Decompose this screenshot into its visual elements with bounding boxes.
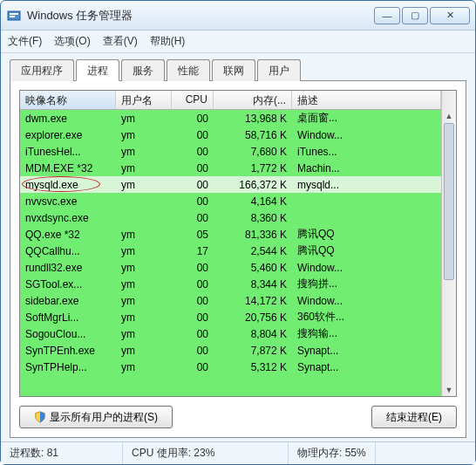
cell-user: ym xyxy=(116,228,172,242)
tab-users[interactable]: 用户 xyxy=(257,59,301,81)
titlebar[interactable]: Windows 任务管理器 ― ▢ ✕ xyxy=(1,1,475,31)
cell-img: nvvsvc.exe xyxy=(20,195,116,209)
cell-img: explorer.exe xyxy=(20,128,116,142)
cell-img: mysqld.exe xyxy=(20,178,116,192)
col-user[interactable]: 用户名 xyxy=(116,91,172,109)
cell-user xyxy=(116,201,172,202)
cell-cpu: 00 xyxy=(172,178,214,192)
cell-user: ym xyxy=(116,360,172,374)
cell-img: nvxdsync.exe xyxy=(20,211,116,225)
cell-cpu: 00 xyxy=(172,327,214,341)
menubar: 文件(F) 选项(O) 查看(V) 帮助(H) xyxy=(1,31,475,53)
cell-mem: 13,968 K xyxy=(214,112,292,126)
col-image-name[interactable]: 映像名称 xyxy=(20,91,116,109)
menu-options[interactable]: 选项(O) xyxy=(54,34,90,49)
menu-file[interactable]: 文件(F) xyxy=(8,34,42,49)
cell-cpu: 00 xyxy=(172,261,214,275)
table-row[interactable]: rundll32.exeym005,460 KWindow... xyxy=(20,259,441,276)
table-row[interactable]: SoftMgrLi...ym0020,756 K360软件... xyxy=(20,309,441,325)
cell-img: QQCallhu... xyxy=(20,244,116,258)
cell-mem: 8,804 K xyxy=(214,327,292,341)
cell-img: rundll32.exe xyxy=(20,261,116,275)
tab-networking[interactable]: 联网 xyxy=(212,59,255,81)
cell-user: ym xyxy=(116,311,172,325)
tab-services[interactable]: 服务 xyxy=(121,59,165,81)
window-controls: ― ▢ ✕ xyxy=(374,7,470,24)
process-list: 映像名称 用户名 CPU 内存(... 描述 dwm.exeym0013,968… xyxy=(19,90,457,397)
table-row[interactable]: SogouClou...ym008,804 K搜狗输... xyxy=(20,325,441,342)
shield-icon xyxy=(34,411,46,423)
cell-cpu: 00 xyxy=(172,128,214,142)
cell-user: ym xyxy=(116,244,172,258)
cell-desc: Synapt... xyxy=(292,360,441,374)
table-row[interactable]: SynTPEnh.exeym007,872 KSynapt... xyxy=(20,342,441,359)
show-all-users-button[interactable]: 显示所有用户的进程(S) xyxy=(19,406,173,428)
cell-mem: 14,172 K xyxy=(214,294,292,308)
cell-user: ym xyxy=(116,161,172,175)
cell-user: ym xyxy=(116,327,172,341)
col-description[interactable]: 描述 xyxy=(292,91,441,109)
menu-view[interactable]: 查看(V) xyxy=(103,34,138,49)
tab-performance[interactable]: 性能 xyxy=(167,59,210,81)
column-headers: 映像名称 用户名 CPU 内存(... 描述 xyxy=(20,91,441,110)
svg-rect-1 xyxy=(10,13,18,15)
cell-desc: 腾讯QQ xyxy=(292,243,441,259)
scroll-up-icon[interactable]: ▲ xyxy=(445,112,453,120)
table-row[interactable]: SynTPHelp...ym005,312 KSynapt... xyxy=(20,359,441,375)
table-row[interactable]: SGTool.ex...ym008,344 K搜狗拼... xyxy=(20,276,441,292)
cell-img: iTunesHel... xyxy=(20,145,116,159)
table-row[interactable]: sidebar.exeym0014,172 KWindow... xyxy=(20,292,441,309)
tab-applications[interactable]: 应用程序 xyxy=(10,59,74,81)
cell-desc: mysqld... xyxy=(292,178,441,192)
end-process-button[interactable]: 结束进程(E) xyxy=(371,406,457,428)
cell-desc: 搜狗拼... xyxy=(292,276,441,292)
cell-user: ym xyxy=(116,344,172,358)
scroll-down-icon[interactable]: ▼ xyxy=(445,386,453,394)
cell-img: sidebar.exe xyxy=(20,294,116,308)
status-physical-memory: 物理内存: 55% xyxy=(289,442,376,464)
table-row[interactable]: iTunesHel...ym007,680 KiTunes... xyxy=(20,143,441,160)
cell-img: SynTPEnh.exe xyxy=(20,344,116,358)
cell-cpu: 00 xyxy=(172,161,214,175)
cell-cpu: 00 xyxy=(172,311,214,325)
cell-img: SogouClou... xyxy=(20,327,116,341)
vertical-scrollbar[interactable]: ▲ ▼ xyxy=(441,110,456,396)
process-rows[interactable]: dwm.exeym0013,968 K桌面窗...explorer.exeym0… xyxy=(20,110,441,396)
table-row[interactable]: mysqld.exeym00166,372 Kmysqld... xyxy=(20,176,441,193)
cell-cpu: 00 xyxy=(172,344,214,358)
table-row[interactable]: MDM.EXE *32ym001,772 KMachin... xyxy=(20,160,441,176)
table-row[interactable]: explorer.exeym0058,716 KWindow... xyxy=(20,127,441,143)
cell-desc: 桌面窗... xyxy=(292,110,441,127)
cell-img: QQ.exe *32 xyxy=(20,228,116,242)
tab-processes[interactable]: 进程 xyxy=(76,59,119,81)
col-cpu[interactable]: CPU xyxy=(172,91,214,109)
cell-user: ym xyxy=(116,261,172,275)
cell-mem: 5,460 K xyxy=(214,261,292,275)
status-process-count: 进程数: 81 xyxy=(1,442,123,464)
table-row[interactable]: dwm.exeym0013,968 K桌面窗... xyxy=(20,110,441,127)
table-row[interactable]: QQ.exe *32ym0581,336 K腾讯QQ xyxy=(20,226,441,243)
cell-desc: 腾讯QQ xyxy=(292,226,441,243)
table-row[interactable]: nvvsvc.exe004,164 K xyxy=(20,193,441,209)
app-icon xyxy=(6,8,22,24)
cell-mem: 20,756 K xyxy=(214,311,292,325)
cell-user: ym xyxy=(116,277,172,291)
cell-desc xyxy=(292,217,441,219)
tab-panel-processes: 映像名称 用户名 CPU 内存(... 描述 dwm.exeym0013,968… xyxy=(10,81,466,438)
cell-mem: 4,164 K xyxy=(214,195,292,209)
client-area: 应用程序 进程 服务 性能 联网 用户 映像名称 用户名 CPU 内存(... … xyxy=(1,53,475,441)
cell-cpu: 00 xyxy=(172,277,214,291)
button-row: 显示所有用户的进程(S) 结束进程(E) xyxy=(19,406,457,428)
table-row[interactable]: nvxdsync.exe008,360 K xyxy=(20,209,441,226)
cell-desc: 搜狗输... xyxy=(292,325,441,342)
cell-user: ym xyxy=(116,112,172,126)
maximize-button[interactable]: ▢ xyxy=(402,7,428,24)
table-row[interactable]: QQCallhu...ym172,544 K腾讯QQ xyxy=(20,243,441,259)
col-memory[interactable]: 内存(... xyxy=(214,91,292,109)
minimize-button[interactable]: ― xyxy=(374,7,400,24)
cell-desc: Window... xyxy=(292,261,441,275)
scrollbar-header-spacer xyxy=(441,91,456,110)
close-button[interactable]: ✕ xyxy=(430,7,470,24)
menu-help[interactable]: 帮助(H) xyxy=(150,34,186,49)
status-cpu-usage: CPU 使用率: 23% xyxy=(123,442,289,464)
